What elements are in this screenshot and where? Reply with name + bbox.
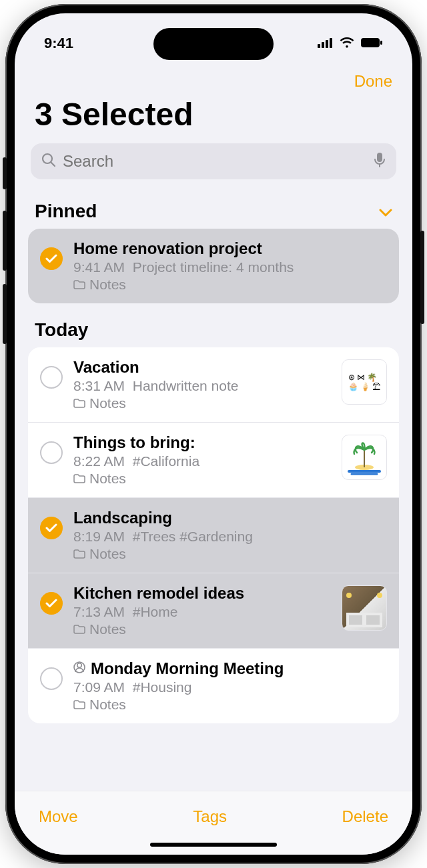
folder-icon	[73, 546, 85, 562]
search-field[interactable]	[31, 143, 396, 179]
svg-rect-14	[349, 615, 362, 625]
selection-check[interactable]	[40, 517, 63, 539]
status-time: 9:41	[44, 35, 73, 52]
pinned-card: Home renovation project 9:41 AM Project …	[28, 229, 399, 303]
note-row[interactable]: Monday Morning Meeting 7:09 AM #Housing …	[28, 649, 399, 723]
home-indicator[interactable]	[150, 843, 277, 847]
note-title: Things to bring:	[73, 433, 331, 452]
selection-check[interactable]	[40, 592, 63, 615]
shared-icon	[73, 661, 85, 677]
svg-rect-15	[366, 615, 380, 625]
folder-icon	[73, 471, 85, 487]
section-header-pinned[interactable]: Pinned	[15, 185, 412, 229]
screen: 9:41 Done 3 Selected	[15, 13, 412, 855]
svg-point-12	[377, 593, 382, 598]
note-folder: Notes	[73, 621, 331, 637]
page-title: 3 Selected	[15, 93, 412, 141]
svg-rect-4	[361, 38, 380, 47]
note-row[interactable]: Things to bring: 8:22 AM #California Not…	[28, 423, 399, 498]
note-folder: Notes	[73, 277, 387, 293]
cellular-icon	[318, 35, 334, 52]
delete-button[interactable]: Delete	[342, 807, 388, 826]
selection-check[interactable]	[40, 667, 63, 690]
note-title: Kitchen remodel ideas	[73, 584, 331, 603]
volume-up-button	[3, 211, 7, 271]
note-row[interactable]: Home renovation project 9:41 AM Project …	[28, 229, 399, 303]
section-header-today: Today	[15, 303, 412, 347]
note-folder: Notes	[73, 471, 331, 487]
search-input[interactable]	[63, 152, 367, 171]
note-subtitle: 8:22 AM #California	[73, 453, 331, 469]
note-row[interactable]: Kitchen remodel ideas 7:13 AM #Home Note…	[28, 573, 399, 649]
done-button[interactable]: Done	[354, 72, 392, 91]
note-title: Vacation	[73, 358, 331, 377]
power-button	[420, 231, 424, 324]
side-button	[3, 157, 7, 189]
selection-check[interactable]	[40, 247, 63, 270]
note-folder: Notes	[73, 546, 387, 562]
battery-icon	[360, 35, 383, 52]
folder-icon	[73, 395, 85, 411]
nav-bar: Done	[15, 61, 412, 93]
note-subtitle: 8:19 AM #Trees #Gardening	[73, 529, 387, 545]
search-icon	[41, 153, 56, 170]
svg-rect-1	[322, 42, 324, 48]
note-thumbnail	[342, 585, 387, 631]
notes-list[interactable]: Pinned Home renovation project 9:41 AM P…	[15, 185, 412, 791]
move-button[interactable]: Move	[39, 807, 78, 826]
note-folder: Notes	[73, 395, 331, 411]
svg-rect-3	[330, 38, 332, 48]
wifi-icon	[339, 35, 355, 52]
svg-rect-8	[377, 153, 382, 162]
note-title: Monday Morning Meeting	[73, 659, 387, 678]
dictate-icon[interactable]	[374, 152, 386, 171]
note-thumbnail: ⊛ ⋈ 🌴🧁 🍦 ⛱	[342, 359, 387, 405]
note-row[interactable]: Vacation 8:31 AM Handwritten note Notes …	[28, 347, 399, 423]
section-label: Pinned	[35, 201, 97, 222]
folder-icon	[73, 621, 85, 637]
note-title: Landscaping	[73, 509, 387, 527]
svg-point-11	[346, 593, 352, 598]
selection-check[interactable]	[40, 441, 63, 464]
svg-line-7	[51, 163, 55, 167]
note-subtitle: 8:31 AM Handwritten note	[73, 378, 331, 394]
tags-button[interactable]: Tags	[193, 807, 227, 826]
section-label: Today	[35, 319, 88, 341]
svg-rect-0	[318, 44, 320, 48]
phone-frame: 9:41 Done 3 Selected	[5, 4, 422, 864]
svg-rect-2	[326, 40, 328, 48]
note-folder: Notes	[73, 697, 387, 713]
note-row[interactable]: Landscaping 8:19 AM #Trees #Gardening No…	[28, 498, 399, 573]
note-title: Home renovation project	[73, 239, 387, 258]
svg-point-16	[77, 663, 81, 667]
volume-down-button	[3, 284, 7, 344]
note-subtitle: 7:13 AM #Home	[73, 604, 331, 620]
folder-icon	[73, 277, 85, 293]
folder-icon	[73, 697, 85, 713]
dynamic-island	[153, 28, 274, 60]
note-thumbnail	[342, 435, 387, 480]
today-card: Vacation 8:31 AM Handwritten note Notes …	[28, 347, 399, 723]
note-subtitle: 9:41 AM Project timeline: 4 months	[73, 259, 387, 275]
selection-check[interactable]	[40, 366, 63, 389]
note-subtitle: 7:09 AM #Housing	[73, 679, 387, 695]
chevron-down-icon[interactable]	[379, 201, 392, 222]
svg-rect-5	[380, 41, 382, 45]
